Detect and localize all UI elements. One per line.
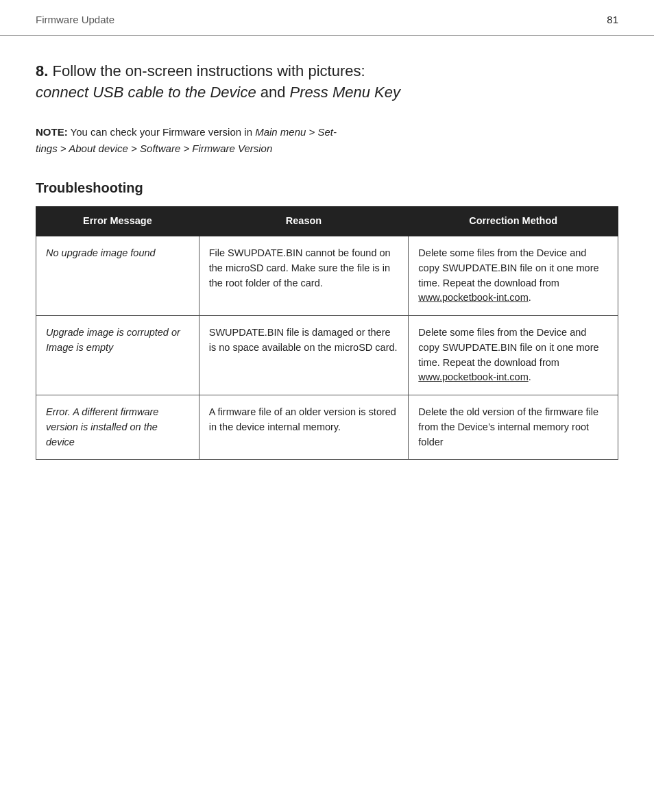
note-block: NOTE: You can check your Firmware versio… [36, 124, 618, 157]
col-error-header: Error Message [36, 207, 199, 236]
step8-italic1: connect USB cable to the Device [36, 84, 256, 101]
correction-text-3: Delete the old version of the firmware f… [418, 406, 598, 447]
note-text1: You can check your Firmware version in [71, 126, 256, 138]
correction-1: Delete some files from the Device and co… [409, 236, 618, 316]
reason-1: File SWUPDATE.BIN cannot be found on the… [199, 236, 409, 316]
page-header: Firmware Update 81 [0, 0, 654, 36]
error-text-2: Upgrade image is corrupted or Image is e… [46, 327, 180, 353]
page-number: 81 [607, 12, 618, 28]
link-2: www.pocketbook-int.com [418, 371, 528, 382]
error-msg-1: No upgrade image found [36, 236, 199, 316]
col-correction-header: Correction Method [409, 207, 618, 236]
error-text-3: Error. A different firmware version is i… [46, 406, 158, 447]
correction-2: Delete some files from the Device and co… [409, 316, 618, 395]
step-number: 8. [36, 62, 48, 79]
content-area: 8. Follow the on-screen instructions wit… [0, 36, 654, 488]
correction-3: Delete the old version of the firmware f… [409, 395, 618, 460]
note-italic2: tings > About device > Software > Firmwa… [36, 143, 272, 154]
error-msg-2: Upgrade image is corrupted or Image is e… [36, 316, 199, 395]
error-msg-3: Error. A different firmware version is i… [36, 395, 199, 460]
reason-text-1: File SWUPDATE.BIN cannot be found on the… [209, 247, 391, 288]
reason-2: SWUPDATE.BIN file is damaged or there is… [199, 316, 409, 395]
step8-italic2: Press Menu Key [290, 84, 400, 101]
table-row: No upgrade image found File SWUPDATE.BIN… [36, 236, 618, 316]
troubleshooting-title: Troubleshooting [36, 177, 618, 198]
troubleshoot-table: Error Message Reason Correction Method N… [36, 206, 618, 460]
reason-text-3: A firmware file of an older version is s… [209, 406, 396, 432]
header-title: Firmware Update [36, 12, 114, 28]
table-header-row: Error Message Reason Correction Method [36, 207, 618, 236]
link-1: www.pocketbook-int.com [418, 292, 528, 303]
note-label: NOTE: [36, 126, 68, 138]
step8-heading: 8. Follow the on-screen instructions wit… [36, 60, 618, 104]
reason-3: A firmware file of an older version is s… [199, 395, 409, 460]
col-reason-header: Reason [199, 207, 409, 236]
step8-text: Follow the on-screen instructions with p… [52, 62, 365, 79]
error-text-1: No upgrade image found [46, 247, 156, 258]
table-row: Upgrade image is corrupted or Image is e… [36, 316, 618, 395]
reason-text-2: SWUPDATE.BIN file is damaged or there is… [209, 327, 398, 353]
step8-and: and [261, 84, 286, 101]
note-italic1: Main menu > Set- [255, 126, 337, 138]
page: Firmware Update 81 8. Follow the on-scre… [0, 0, 654, 812]
table-row: Error. A different firmware version is i… [36, 395, 618, 460]
